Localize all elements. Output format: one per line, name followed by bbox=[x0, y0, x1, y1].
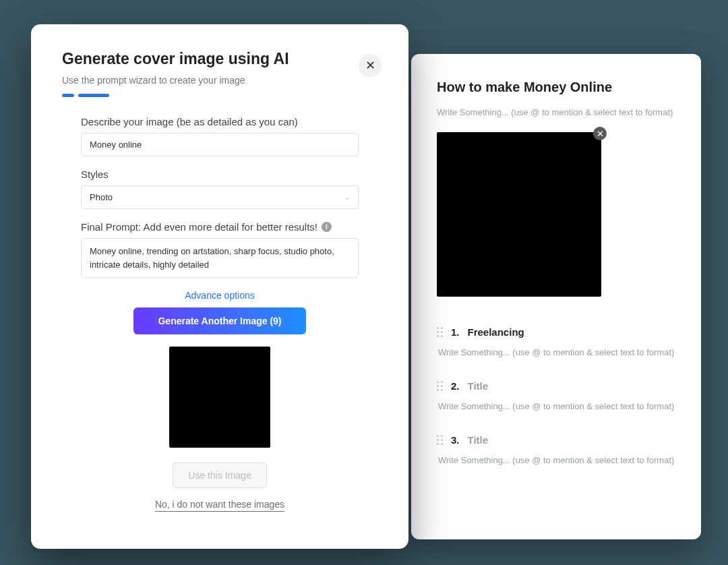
list-item-title[interactable]: Title bbox=[468, 380, 489, 392]
list-item-number: 2. bbox=[451, 380, 460, 392]
info-icon[interactable]: i bbox=[322, 222, 332, 232]
generate-button[interactable]: Generate Another Image (9) bbox=[133, 307, 305, 334]
drag-handle-icon[interactable] bbox=[437, 435, 443, 445]
list-item-number: 1. bbox=[451, 326, 460, 338]
describe-input[interactable] bbox=[81, 133, 359, 156]
list-item-body-placeholder[interactable]: Write Something... (use @ to mention & s… bbox=[438, 347, 675, 357]
list-item[interactable]: 1. Freelancing bbox=[437, 326, 675, 338]
remove-image-button[interactable]: ✕ bbox=[593, 127, 607, 140]
document-editor-panel: How to make Money Online Write Something… bbox=[411, 54, 701, 539]
cover-image-thumbnail bbox=[437, 132, 601, 297]
close-icon: ✕ bbox=[365, 58, 375, 73]
list-item-number: 3. bbox=[451, 434, 460, 446]
cover-image[interactable]: ✕ bbox=[437, 132, 601, 297]
list-item[interactable]: 3. Title bbox=[437, 434, 675, 446]
list-item-title[interactable]: Title bbox=[468, 434, 489, 446]
document-title[interactable]: How to make Money Online bbox=[437, 80, 675, 95]
final-prompt-input[interactable]: Money online, trending on artstation, sh… bbox=[81, 238, 359, 278]
ai-image-modal: ✕ Generate cover image using AI Use the … bbox=[31, 24, 408, 549]
modal-subtitle: Use the prompt wizard to create your ima… bbox=[62, 75, 377, 86]
document-body-placeholder[interactable]: Write Something... (use @ to mention & s… bbox=[437, 107, 675, 117]
describe-label: Describe your image (be as detailed as y… bbox=[81, 116, 359, 127]
styles-value: Photo bbox=[90, 192, 113, 202]
chevron-down-icon: ⌄ bbox=[344, 194, 350, 201]
use-image-button[interactable]: Use this Image bbox=[173, 463, 266, 488]
styles-label: Styles bbox=[81, 169, 359, 180]
final-prompt-label: Final Prompt: Add even more detail for b… bbox=[81, 221, 359, 233]
list-item-body-placeholder[interactable]: Write Something... (use @ to mention & s… bbox=[438, 401, 675, 411]
advance-options-link[interactable]: Advance options bbox=[81, 290, 359, 301]
list-item-body-placeholder[interactable]: Write Something... (use @ to mention & s… bbox=[438, 455, 675, 465]
list-item-title[interactable]: Freelancing bbox=[468, 326, 524, 338]
reject-images-link[interactable]: No, i do not want these images bbox=[155, 499, 284, 512]
close-icon: ✕ bbox=[597, 129, 604, 139]
close-modal-button[interactable]: ✕ bbox=[359, 54, 382, 77]
drag-handle-icon[interactable] bbox=[437, 381, 443, 391]
styles-select[interactable]: Photo ⌄ bbox=[81, 185, 359, 209]
list-item[interactable]: 2. Title bbox=[437, 380, 675, 392]
preview-image[interactable] bbox=[169, 347, 270, 448]
modal-title: Generate cover image using AI bbox=[62, 50, 377, 68]
drag-handle-icon[interactable] bbox=[437, 327, 443, 337]
progress-indicator bbox=[62, 94, 377, 97]
